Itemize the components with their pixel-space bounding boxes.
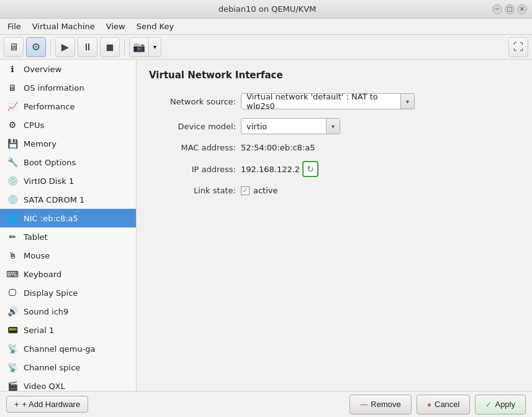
titlebar-title: debian10 on QEMU/KVM (42, 4, 492, 14)
fullscreen-btn[interactable]: ⛶ (508, 37, 528, 57)
menubar: File Virtual Machine View Send Key (0, 19, 532, 35)
tablet-icon: ✏ (6, 231, 19, 243)
sidebar-item-sound-ich9[interactable]: 🔊 Sound ich9 (0, 302, 136, 321)
sidebar-item-label: Tablet (24, 232, 48, 242)
performance-icon: 📈 (6, 100, 19, 112)
apply-icon: ✓ (485, 400, 492, 409)
titlebar: debian10 on QEMU/KVM ─ □ ✕ (0, 0, 532, 19)
sidebar-item-performance[interactable]: 📈 Performance (0, 97, 136, 116)
sidebar-item-nic[interactable]: 🌐 NIC :eb:c8:a5 (0, 209, 136, 227)
sidebar-item-label: Sound ich9 (24, 307, 68, 316)
sidebar-item-tablet[interactable]: ✏ Tablet (0, 227, 136, 246)
content-area: Virtual Network Interface Network source… (137, 60, 532, 391)
cpus-icon: ⚙ (6, 119, 19, 131)
menu-view[interactable]: View (101, 20, 130, 33)
pause-toolbar-btn[interactable]: ⏸ (78, 37, 97, 57)
device-model-dropdown[interactable]: virtio ▾ (241, 118, 340, 134)
channel-qemu-icon: 📡 (6, 342, 19, 355)
network-source-arrow[interactable]: ▾ (400, 94, 414, 109)
sidebar-item-label: OS information (24, 83, 84, 93)
minimize-button[interactable]: ─ (492, 4, 502, 14)
remove-button[interactable]: — Remove (349, 395, 411, 415)
sidebar-item-os-information[interactable]: 🖥 OS information (0, 78, 136, 97)
device-model-arrow[interactable]: ▾ (326, 119, 340, 134)
sidebar-item-channel-qemu-ga[interactable]: 📡 Channel qemu-ga (0, 339, 136, 358)
screenshot-dropdown-btn[interactable]: ▾ (149, 37, 161, 57)
nic-icon: 🌐 (6, 212, 19, 224)
sidebar-item-memory[interactable]: 💾 Memory (0, 134, 136, 153)
sidebar-item-cpus[interactable]: ⚙ CPUs (0, 116, 136, 134)
mouse-icon: 🖱 (6, 249, 19, 262)
cancel-icon: ● (427, 400, 431, 409)
sidebar-item-boot-options[interactable]: 🔧 Boot Options (0, 153, 136, 172)
remove-icon: — (360, 400, 367, 409)
overview-icon: ℹ (6, 63, 19, 75)
sidebar-item-overview[interactable]: ℹ Overview (0, 60, 136, 78)
cancel-button[interactable]: ● Cancel (417, 395, 471, 415)
sound-icon: 🔊 (6, 305, 19, 318)
link-state-row: Link state: ✓ active (149, 186, 520, 195)
ip-refresh-button[interactable]: ↻ (302, 161, 318, 177)
add-hardware-button[interactable]: + + Add Hardware (6, 396, 88, 413)
mac-address-control: 52:54:00:eb:c8:a5 (241, 143, 315, 152)
device-model-control: virtio ▾ (241, 118, 340, 134)
apply-button[interactable]: ✓ Apply (475, 395, 526, 415)
bottom-bar: + + Add Hardware — Remove ● Cancel ✓ App… (0, 391, 532, 417)
stop-toolbar-btn[interactable]: ◼ (100, 37, 120, 57)
sidebar-item-label: CPUs (24, 121, 44, 130)
sidebar-item-label: Serial 1 (24, 326, 54, 335)
apply-label: Apply (495, 400, 515, 409)
settings-toolbar-btn[interactable]: ⚙ (26, 37, 46, 57)
remove-label: Remove (371, 400, 400, 409)
sidebar-item-label: SATA CDROM 1 (24, 195, 84, 204)
menu-file[interactable]: File (2, 20, 26, 33)
maximize-button[interactable]: □ (505, 4, 515, 14)
network-source-label: Network source: (149, 97, 236, 106)
memory-icon: 💾 (6, 137, 19, 150)
sidebar-item-virtio-disk-1[interactable]: 💿 VirtIO Disk 1 (0, 172, 136, 190)
screenshot-btn[interactable]: 📷 (129, 37, 149, 57)
ip-address-value: 192.168.122.2 (241, 165, 300, 174)
titlebar-buttons: ─ □ ✕ (492, 4, 527, 14)
sidebar-item-video-qxl[interactable]: 🎬 Video QXL (0, 377, 136, 391)
network-source-dropdown[interactable]: Virtual network 'default' : NAT to wlp2s… (241, 93, 415, 109)
link-state-control: ✓ active (241, 186, 278, 195)
menu-virtual-machine[interactable]: Virtual Machine (27, 20, 100, 33)
sidebar-item-sata-cdrom-1[interactable]: 💿 SATA CDROM 1 (0, 190, 136, 209)
sidebar-item-serial-1[interactable]: 📟 Serial 1 (0, 321, 136, 339)
sidebar-item-display-spice[interactable]: 🖵 Display Spice (0, 283, 136, 302)
network-source-value: Virtual network 'default' : NAT to wlp2s… (241, 93, 400, 109)
link-state-checkbox[interactable]: ✓ (241, 186, 250, 195)
sidebar-scroll: ℹ Overview 🖥 OS information 📈 Performanc… (0, 60, 136, 391)
virtio-disk-icon: 💿 (6, 175, 19, 187)
network-source-control: Virtual network 'default' : NAT to wlp2s… (241, 93, 415, 109)
link-state-checkbox-row: ✓ active (241, 186, 278, 195)
link-state-label: Link state: (149, 186, 236, 195)
mac-address-value: 52:54:00:eb:c8:a5 (241, 143, 315, 152)
keyboard-icon: ⌨ (6, 268, 19, 280)
sidebar: ℹ Overview 🖥 OS information 📈 Performanc… (0, 60, 137, 391)
monitor-toolbar-btn[interactable]: 🖥 (4, 37, 24, 57)
sidebar-item-mouse[interactable]: 🖱 Mouse (0, 246, 136, 265)
action-buttons: — Remove ● Cancel ✓ Apply (349, 395, 526, 415)
sidebar-item-keyboard[interactable]: ⌨ Keyboard (0, 265, 136, 283)
os-info-icon: 🖥 (6, 81, 19, 94)
sidebar-item-label: Channel spice (24, 363, 80, 372)
content-title: Virtual Network Interface (149, 70, 520, 81)
toolbar: 🖥 ⚙ ▶ ⏸ ◼ 📷 ▾ ⛶ (0, 35, 532, 60)
toolbar-separator-1 (50, 40, 51, 55)
add-hardware-label: + Add Hardware (22, 400, 81, 409)
mac-address-row: MAC address: 52:54:00:eb:c8:a5 (149, 143, 520, 152)
sidebar-item-label: VirtIO Disk 1 (24, 176, 74, 186)
ip-address-control: 192.168.122.2 ↻ (241, 161, 318, 177)
screenshot-group: 📷 ▾ (129, 37, 161, 57)
sidebar-item-label: Video QXL (24, 382, 65, 391)
add-hardware-icon: + (14, 400, 19, 409)
boot-options-icon: 🔧 (6, 156, 19, 168)
sidebar-item-channel-spice[interactable]: 📡 Channel spice (0, 358, 136, 377)
network-source-row: Network source: Virtual network 'default… (149, 93, 520, 109)
run-toolbar-btn[interactable]: ▶ (55, 37, 75, 57)
video-qxl-icon: 🎬 (6, 380, 19, 391)
close-button[interactable]: ✕ (517, 4, 527, 14)
menu-send-key[interactable]: Send Key (132, 20, 179, 33)
